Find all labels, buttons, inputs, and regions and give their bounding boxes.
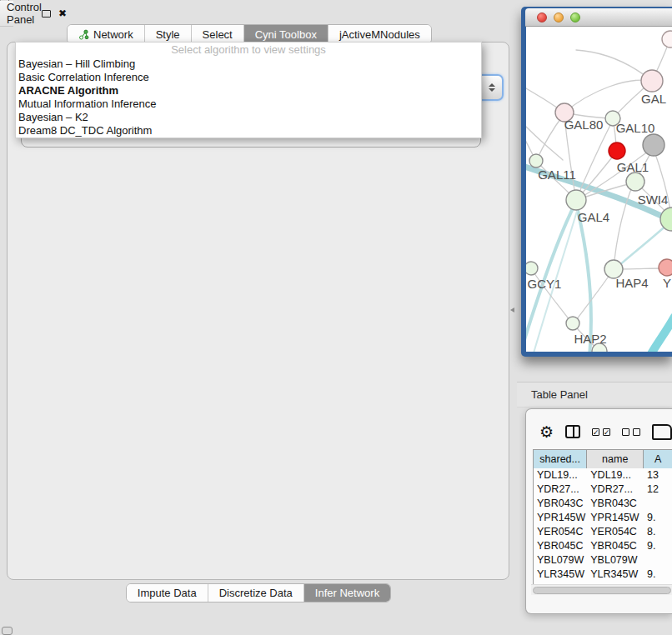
node-gal[interactable] <box>641 70 663 92</box>
table-header-row: shared...nameA <box>534 450 672 468</box>
algorithm-dropdown-popup: Select algorithm to view settings Bayesi… <box>15 42 482 138</box>
table-row[interactable]: YBR045CYBR045C9. <box>534 539 672 553</box>
network-view-window: GALGAL80GAL10GAL1GAL11SWI4GAL4GCY1HAP4YH… <box>521 7 672 357</box>
control-panel-title: Control Panel <box>7 1 42 26</box>
node-label: GAL4 <box>578 210 609 224</box>
node-y[interactable] <box>659 259 672 276</box>
minimized-panel-icon[interactable] <box>2 627 13 635</box>
tab-infer-network[interactable]: Infer Network <box>304 584 390 602</box>
node-unlabeled[interactable] <box>662 31 672 48</box>
spinner-icon <box>489 83 495 92</box>
close-light-icon[interactable] <box>537 12 547 22</box>
page-icon[interactable] <box>652 424 672 440</box>
node-label: GCY1 <box>528 277 562 291</box>
column-header-a[interactable]: A <box>644 450 672 468</box>
table-cell: 9. <box>644 539 672 553</box>
zoom-light-icon[interactable] <box>570 12 580 22</box>
table-cell: YBL079W <box>534 553 587 568</box>
tab-label: Select <box>203 28 233 41</box>
table-row[interactable]: YPR145WYPR145W9. <box>534 511 672 525</box>
table-row[interactable]: YBR043CYBR043C <box>534 497 672 511</box>
table-row[interactable]: YDR27...YDR27...12 <box>534 482 672 497</box>
table-cell <box>644 497 672 511</box>
network-window-titlebar[interactable] <box>525 8 672 27</box>
table-cell: YPR145W <box>534 511 587 525</box>
node-label: GAL11 <box>538 168 576 182</box>
network-edge <box>526 127 563 160</box>
network-canvas[interactable]: GALGAL80GAL10GAL1GAL11SWI4GAL4GCY1HAP4YH… <box>526 27 672 352</box>
checked-pair-icon[interactable]: ✓✓ <box>592 428 610 436</box>
gear-icon[interactable]: ⚙ <box>539 424 554 440</box>
control-panel-titlebar: Control Panel ✖ <box>0 1 13 27</box>
tab-select[interactable]: Select <box>192 25 244 43</box>
node-gal11[interactable] <box>529 154 543 168</box>
table-cell: YDL19... <box>587 468 644 482</box>
tab-style[interactable]: Style <box>145 25 192 43</box>
algorithm-dropdown-placeholder: Select algorithm to view settings <box>16 42 481 58</box>
node-gal1[interactable] <box>626 172 644 191</box>
node-gal4[interactable] <box>566 190 586 210</box>
node-swi4[interactable] <box>660 208 672 231</box>
table-toolbar: ⚙ ✓✓ <box>526 418 672 446</box>
table-row[interactable]: YDL19...YDL19...13 <box>534 468 672 482</box>
tab-impute-data[interactable]: Impute Data <box>127 584 208 602</box>
network-edge <box>564 80 652 112</box>
table-cell: YBR043C <box>534 497 587 511</box>
table-row[interactable]: YER054CYER054C8. <box>534 525 672 539</box>
table-panel-title: Table Panel <box>531 388 588 401</box>
close-icon[interactable]: ✖ <box>58 8 67 18</box>
table-cell: YDL19... <box>534 468 587 482</box>
table-cell: YER054C <box>587 525 644 539</box>
scrollbar-thumb[interactable] <box>533 587 671 594</box>
tab-label: Style <box>156 28 180 41</box>
node-label: GAL80 <box>564 118 604 132</box>
algorithm-list: Bayesian – Hill ClimbingBasic Correlatio… <box>16 58 481 138</box>
tab-label: jActiveMNodules <box>339 28 420 41</box>
table-cell: 9. <box>644 568 672 582</box>
network-edge <box>576 50 652 81</box>
node-gcy1[interactable] <box>526 262 538 275</box>
algorithm-option-bayesian-hill-climbing[interactable]: Bayesian – Hill Climbing <box>16 58 481 71</box>
network-icon <box>78 29 89 40</box>
node-unlabeled[interactable] <box>609 142 625 159</box>
table-cell: 13 <box>644 468 672 482</box>
float-icon[interactable] <box>42 10 51 18</box>
algorithm-option-aracne-algorithm[interactable]: ARACNE Algorithm <box>16 84 481 98</box>
table-row[interactable]: YLR345WYLR345W9. <box>534 568 672 582</box>
table-cell: YBR045C <box>587 539 644 553</box>
table-body: YDL19...YDL19...13YDR27...YDR27...12YBR0… <box>534 468 672 584</box>
splitter-collapse-icon[interactable] <box>510 308 514 312</box>
node-unlabeled[interactable] <box>643 134 664 156</box>
table-cell: YLR345W <box>534 568 587 582</box>
table-horizontal-scrollbar[interactable] <box>531 584 672 595</box>
column-header-shared-[interactable]: shared... <box>534 450 587 468</box>
table-row[interactable]: YBL079WYBL079W <box>534 553 672 568</box>
columns-icon[interactable] <box>565 425 580 438</box>
unchecked-pair-icon[interactable] <box>622 428 640 436</box>
table-cell: YDR27... <box>587 482 644 497</box>
network-graph: GALGAL80GAL10GAL1GAL11SWI4GAL4GCY1HAP4YH… <box>526 27 672 352</box>
node-hap2[interactable] <box>566 317 579 330</box>
tab-jactivemnodules[interactable]: jActiveMNodules <box>328 25 431 43</box>
algorithm-option-dream8-dc-tdc-algorithm[interactable]: Dream8 DC_TDC Algorithm <box>16 124 481 138</box>
network-edge <box>618 222 669 267</box>
column-header-name[interactable]: name <box>587 450 644 468</box>
tab-cyni-toolbox[interactable]: Cyni Toolbox <box>244 25 328 43</box>
tab-network[interactable]: Network <box>68 25 145 43</box>
table-cell: YBL079W <box>587 553 644 568</box>
minimize-light-icon[interactable] <box>554 12 564 22</box>
tab-label: Network <box>93 28 133 41</box>
network-edge <box>536 116 563 161</box>
tab-discretize-data[interactable]: Discretize Data <box>208 584 304 602</box>
algorithm-option-mutual-information-inference[interactable]: Mutual Information Inference <box>16 98 481 111</box>
algorithm-option-bayesian-k2[interactable]: Bayesian – K2 <box>16 111 481 124</box>
network-edge <box>649 317 672 352</box>
table-cell: YPR145W <box>587 511 644 525</box>
node-label: GAL10 <box>616 121 655 135</box>
table-cell: YER054C <box>534 525 587 539</box>
table-cell: YBR043C <box>587 497 644 511</box>
algorithm-option-basic-correlation-inference[interactable]: Basic Correlation Inference <box>16 71 481 84</box>
bottom-tab-bar: Impute DataDiscretize DataInfer Network <box>0 583 517 602</box>
table-panel-window: ⚙ ✓✓ shared...nameA YDL19...YDL19...13YD… <box>525 408 672 614</box>
node-label: HAP4 <box>615 276 648 290</box>
